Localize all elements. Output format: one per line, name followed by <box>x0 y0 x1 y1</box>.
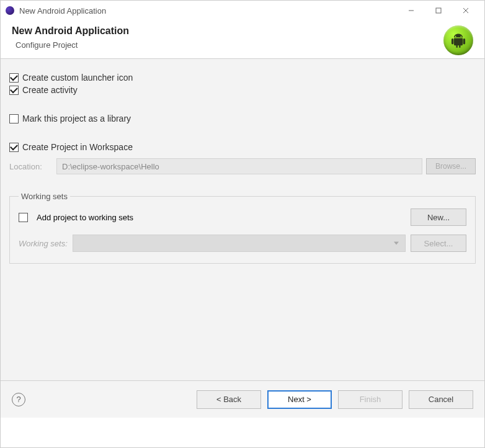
cancel-button[interactable]: Cancel <box>409 390 473 409</box>
option-custom-launcher: Create custom launcher icon <box>9 73 476 83</box>
label-add-working-sets: Add project to working sets <box>37 213 133 222</box>
finish-button: Finish <box>338 390 403 409</box>
maximize-button[interactable] <box>425 1 452 20</box>
option-create-activity: Create activity <box>9 85 476 95</box>
browse-button: Browse... <box>426 158 476 174</box>
wizard-content: Create custom launcher icon Create activ… <box>1 59 484 418</box>
svg-rect-1 <box>436 8 441 13</box>
label-in-workspace: Create Project in Workspace <box>22 142 133 152</box>
option-mark-library: Mark this project as a library <box>9 114 476 123</box>
checkbox-custom-launcher[interactable] <box>9 73 19 83</box>
next-button[interactable]: Next > <box>267 390 332 409</box>
page-subtitle: Configure Project <box>12 40 473 50</box>
wizard-header: New Android Application Configure Projec… <box>1 20 484 59</box>
help-icon[interactable]: ? <box>12 393 25 406</box>
option-in-workspace: Create Project in Workspace <box>9 142 476 152</box>
window-titlebar: New Android Application <box>1 1 484 20</box>
eclipse-icon <box>6 6 14 15</box>
working-sets-group: Working sets Add project to working sets… <box>9 192 476 264</box>
label-create-activity: Create activity <box>22 85 78 95</box>
label-custom-launcher: Create custom launcher icon <box>22 73 133 83</box>
wizard-footer: ? < Back Next > Finish Cancel <box>1 380 484 418</box>
new-working-set-button[interactable]: New... <box>411 208 466 226</box>
location-row: Location: Browse... <box>9 158 476 174</box>
working-sets-field-label: Working sets: <box>19 239 68 248</box>
checkbox-create-activity[interactable] <box>9 86 19 95</box>
android-icon <box>443 25 473 55</box>
working-sets-dropdown <box>73 235 406 252</box>
label-mark-library: Mark this project as a library <box>22 114 131 123</box>
location-input <box>56 158 422 174</box>
location-label: Location: <box>9 162 53 171</box>
checkbox-in-workspace[interactable] <box>9 143 19 152</box>
working-sets-select-row: Working sets: Select... <box>19 235 466 252</box>
select-working-set-button: Select... <box>411 235 466 252</box>
back-button[interactable]: < Back <box>197 390 261 409</box>
working-sets-legend: Working sets <box>19 192 70 201</box>
minimize-button[interactable] <box>398 1 425 20</box>
checkbox-mark-library[interactable] <box>9 114 19 123</box>
working-sets-add-row: Add project to working sets New... <box>19 208 466 226</box>
close-button[interactable] <box>452 1 479 20</box>
page-title: New Android Application <box>12 25 473 37</box>
window-title: New Android Application <box>19 6 398 16</box>
checkbox-add-working-sets[interactable] <box>19 213 28 222</box>
